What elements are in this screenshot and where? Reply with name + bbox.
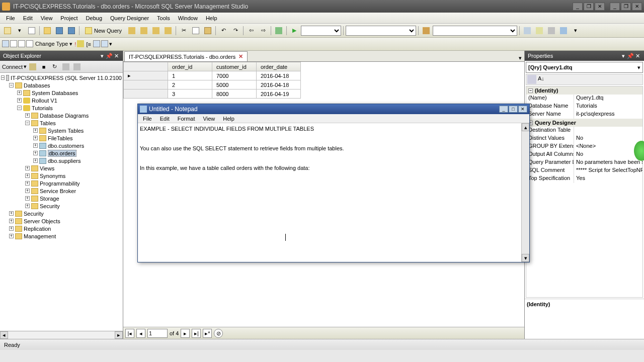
undo-icon[interactable]: ↶	[218, 25, 229, 36]
oe-disconnect-icon[interactable]	[28, 62, 38, 72]
prop-value[interactable]: ***** Script for SelectTopNR	[574, 167, 642, 175]
diagram-pane-icon[interactable]	[2, 40, 9, 48]
scroll-left-icon[interactable]: ◂	[0, 331, 8, 339]
toolbox-icon[interactable]	[558, 25, 569, 36]
notepad-menu-edit[interactable]: Edit	[156, 115, 174, 122]
expander-icon[interactable]: +	[9, 234, 14, 238]
expander-icon[interactable]: +	[9, 211, 14, 216]
expander-icon[interactable]: +	[9, 219, 14, 223]
results-grid[interactable]: order_id customer_id order_date ▸ 1 7000…	[123, 62, 301, 99]
db-engine-query-icon[interactable]	[126, 25, 137, 36]
expander-icon[interactable]: +	[25, 189, 30, 193]
execute-icon[interactable]: ▶	[289, 25, 300, 36]
expander-icon[interactable]: −	[17, 106, 22, 110]
prop-value[interactable]: No	[574, 135, 642, 143]
tree-suppliers[interactable]: dbo.suppliers	[48, 158, 80, 164]
prop-dropdown-icon[interactable]: ▾	[620, 52, 627, 59]
properties-object-selector[interactable]: [Qry] Query1.dtq ▾	[526, 62, 643, 73]
oe-filter-icon[interactable]	[61, 62, 71, 72]
cell[interactable]: 8000	[212, 89, 257, 99]
prop-close-icon[interactable]: ✕	[634, 52, 641, 59]
cell[interactable]: 2016-04-18	[257, 80, 301, 89]
notepad-maximize-button[interactable]: □	[509, 106, 518, 113]
menu-edit[interactable]: Edit	[19, 14, 37, 22]
nav-prev-icon[interactable]: ◂	[136, 329, 145, 338]
scroll-down-icon[interactable]: ▾	[522, 254, 529, 262]
notepad-titlebar[interactable]: Untitled - Notepad _ □ ✕	[138, 104, 529, 114]
dropdown-icon[interactable]: ▾	[14, 25, 25, 36]
tab-list-dropdown-icon[interactable]: ▾	[516, 55, 524, 61]
prop-pin-icon[interactable]: 📌	[627, 52, 634, 59]
execute-sql-icon[interactable]: !	[74, 41, 76, 47]
solution-combo[interactable]	[301, 26, 341, 36]
change-type-button[interactable]: Change Type ▾	[35, 41, 72, 47]
tree-tutorials[interactable]: Tutorials	[32, 105, 53, 111]
menu-query-designer[interactable]: Query Designer	[106, 14, 153, 22]
cell[interactable]: 1	[168, 71, 212, 80]
expander-icon[interactable]: +	[9, 226, 14, 231]
add-table-icon[interactable]	[93, 40, 100, 48]
properties-grid[interactable]: −(Identity) (Name)Query1.dtq Database Na…	[526, 86, 643, 298]
expander-icon[interactable]: +	[17, 98, 22, 103]
template-icon[interactable]	[522, 25, 533, 36]
more2-icon[interactable]: ▾	[109, 41, 112, 47]
oe-dropdown-icon[interactable]: ▾	[99, 52, 106, 59]
scroll-right-icon[interactable]: ▸	[115, 331, 123, 339]
menu-project[interactable]: Project	[56, 14, 82, 22]
tree-rollout[interactable]: Rollout V1	[32, 98, 57, 104]
prop-category-identity[interactable]: −(Identity)	[526, 86, 642, 95]
expander-icon[interactable]: +	[33, 136, 38, 140]
minimize-button[interactable]: _	[573, 3, 583, 11]
tree-system-databases[interactable]: System Databases	[32, 90, 78, 96]
new-file-icon[interactable]	[26, 25, 37, 36]
nav-last-icon[interactable]: ▸|	[192, 329, 201, 338]
redo-icon[interactable]: ↷	[230, 25, 241, 36]
minimize-outer-button[interactable]: _	[610, 3, 620, 11]
tree-views[interactable]: Views	[40, 165, 54, 171]
criteria-pane-icon[interactable]	[10, 40, 17, 48]
col-order-id[interactable]: order_id	[168, 62, 212, 71]
sql-pane-icon[interactable]	[18, 40, 25, 48]
nav-back-icon[interactable]: ⇦	[246, 25, 257, 36]
nav-new-icon[interactable]: ▸*	[203, 329, 212, 338]
nav-fwd-icon[interactable]: ⇨	[258, 25, 269, 36]
menu-window[interactable]: Window	[174, 14, 202, 22]
prop-value[interactable]: No	[574, 151, 642, 159]
tree-synonyms[interactable]: Synonyms	[40, 173, 65, 179]
database-combo[interactable]	[433, 26, 517, 36]
prop-alphabetical-icon[interactable]: A↓	[537, 75, 546, 84]
cell[interactable]: 2	[168, 80, 212, 89]
expander-icon[interactable]: +	[25, 196, 30, 201]
verify-sql-icon[interactable]	[77, 40, 84, 48]
oe-hscroll[interactable]: ◂ ▸	[0, 331, 123, 339]
row-selector[interactable]	[124, 80, 168, 89]
col-customer-id[interactable]: customer_id	[212, 62, 257, 71]
notepad-menu-format[interactable]: Format	[174, 115, 199, 122]
expander-icon[interactable]: −	[9, 83, 14, 87]
notepad-close-button[interactable]: ✕	[518, 106, 527, 113]
menu-help[interactable]: Help	[202, 14, 221, 22]
expander-icon[interactable]: +	[25, 166, 30, 170]
tree-filetables[interactable]: FileTables	[48, 135, 73, 141]
nav-first-icon[interactable]: |◂	[125, 329, 134, 338]
maximize-outer-button[interactable]: ❐	[621, 3, 631, 11]
registered-servers-icon[interactable]	[421, 25, 432, 36]
tree-security[interactable]: Security	[24, 211, 44, 217]
row-selector[interactable]: ▸	[124, 71, 168, 80]
tree-customers[interactable]: dbo.customers	[48, 143, 84, 149]
expander-icon[interactable]: +	[17, 90, 22, 95]
prop-value[interactable]: it-pc\sqlexpress	[574, 111, 642, 119]
scroll-up-icon[interactable]: ▴	[522, 123, 529, 131]
tree-server-objects[interactable]: Server Objects	[24, 218, 60, 224]
expander-icon[interactable]: +	[33, 128, 38, 133]
prop-value[interactable]: Tutorials	[574, 103, 642, 111]
copy-icon[interactable]	[190, 25, 201, 36]
tree-server[interactable]: IT-PC\SQLEXPRESS (SQL Server 11.0.2100	[11, 75, 122, 81]
close-inner-button[interactable]: ✕	[595, 3, 605, 11]
activity-icon[interactable]	[273, 25, 284, 36]
connect-label[interactable]: Connect	[2, 64, 23, 70]
menu-debug[interactable]: Debug	[82, 14, 106, 22]
tree-programmability[interactable]: Programmability	[40, 180, 79, 187]
paste-icon[interactable]	[202, 25, 213, 36]
expander-icon[interactable]: +	[33, 158, 38, 163]
